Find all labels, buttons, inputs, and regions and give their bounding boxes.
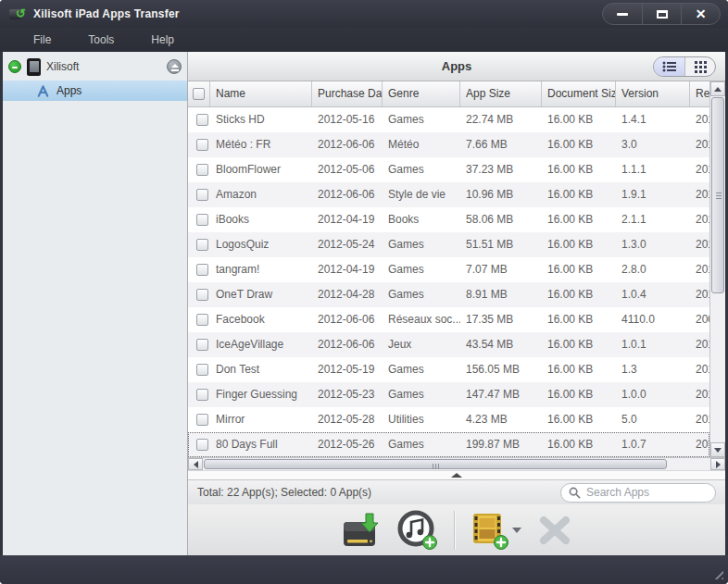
cell-document-size: 16.00 KB [542,257,616,282]
table-row[interactable]: LogosQuiz 2012-05-24 Games 51.51 MB 16.0… [188,232,709,257]
cell-release-date: 201 [690,207,709,232]
cell-document-size: 16.00 KB [542,357,616,382]
column-header-version[interactable]: Version [616,81,690,106]
column-header-app-size[interactable]: App Size [460,81,542,106]
cell-genre: Books [383,207,460,232]
row-checkbox[interactable] [196,139,208,151]
install-app-button[interactable] [470,510,521,551]
resize-grip[interactable] [711,567,723,579]
cell-genre: Games [383,432,460,457]
ipad-device-icon [27,58,41,76]
vertical-scrollbar-track[interactable] [710,294,725,442]
table-row[interactable]: Mirror 2012-05-28 Utilities 4.23 MB 16.0… [188,407,709,432]
window-controls: ✕ [602,3,721,25]
table-row[interactable]: Don Test 2012-05-19 Games 156.05 MB 16.0… [188,357,709,382]
eject-button[interactable] [167,59,182,74]
horizontal-scrollbar-track[interactable] [668,458,710,470]
cell-version: 1.0.0 [616,382,690,407]
cell-release-date: 200 [690,307,709,332]
column-header-document-size[interactable]: Document Siz [542,81,616,106]
row-checkbox[interactable] [196,164,208,176]
cell-genre: Games [383,357,460,382]
row-checkbox[interactable] [196,289,208,301]
uninstall-button[interactable] [536,513,573,548]
select-all-checkbox[interactable] [193,88,205,100]
table-row[interactable]: OneT Draw 2012-04-28 Games 8.91 MB 16.00… [188,282,709,307]
column-header-release-date[interactable]: Rele [690,81,709,106]
view-toggle [653,56,716,77]
row-checkbox[interactable] [196,389,208,401]
cell-name: BloomFlower [210,157,312,182]
maximize-button[interactable] [642,4,681,24]
list-view-button[interactable] [654,57,684,76]
install-dropdown-icon[interactable] [512,528,521,533]
table-row[interactable]: Finger Guessing 2012-05-23 Games 147.47 … [188,382,709,407]
cell-purchase-date: 2012-04-19 [312,207,383,232]
cell-version: 1.4.1 [616,107,690,132]
row-checkbox[interactable] [196,364,208,376]
close-button[interactable]: ✕ [681,4,720,24]
row-checkbox[interactable] [196,264,208,276]
horizontal-scrollbar-thumb[interactable] [204,459,667,469]
row-checkbox[interactable] [196,239,208,251]
search-box[interactable] [560,483,716,503]
menu-item-help[interactable]: Help [134,30,191,50]
cell-purchase-date: 2012-05-24 [312,232,383,257]
cell-purchase-date: 2012-04-19 [312,257,383,282]
sidebar-item-apps[interactable]: Apps [3,81,187,101]
cell-name: Météo : FR [210,132,312,157]
table-row[interactable]: Facebook 2012-06-06 Réseaux soc... 17.35… [188,307,709,332]
cell-name: Sticks HD [210,107,312,132]
table-row[interactable]: Sticks HD 2012-05-16 Games 22.74 MB 16.0… [188,107,709,132]
column-header-purchase-date[interactable]: Purchase Dat [312,81,383,106]
scroll-right-button[interactable] [710,458,725,470]
row-checkbox[interactable] [196,214,208,226]
grid-view-button[interactable] [684,57,715,76]
cell-version: 5.0 [616,407,690,432]
splitter-collapse-icon [451,473,462,478]
scroll-down-button[interactable] [710,442,725,457]
search-input[interactable] [586,486,708,499]
table-row[interactable]: BloomFlower 2012-05-06 Games 37.23 MB 16… [188,157,709,182]
table-row[interactable]: Amazon 2012-06-06 Style de vie 10.96 MB … [188,182,709,207]
vertical-scrollbar[interactable] [709,81,725,457]
cell-purchase-date: 2012-05-19 [312,357,383,382]
row-checkbox[interactable] [196,189,208,201]
bottom-bar [0,555,728,584]
row-checkbox[interactable] [196,339,208,351]
table-row[interactable]: tangram! 2012-04-19 Games 7.07 MB 16.00 … [188,257,709,282]
toolbar-separator [454,511,455,550]
cell-document-size: 16.00 KB [542,132,616,157]
table-row[interactable]: IceAgeVillage 2012-06-06 Jeux 43.54 MB 1… [188,332,709,357]
column-header-name[interactable]: Name [210,81,312,106]
row-checkbox[interactable] [196,114,208,126]
panel-splitter[interactable] [188,471,725,479]
cell-name: iBooks [210,207,312,232]
cell-version: 2.8.0 [616,257,690,282]
collapse-icon[interactable] [8,60,21,73]
copy-to-computer-button[interactable] [341,511,382,550]
title-bar: ↺ Xilisoft iPad Apps Transfer ✕ [0,0,728,28]
uninstall-icon [536,513,573,548]
row-checkbox[interactable] [196,439,208,451]
row-checkbox[interactable] [196,314,208,326]
vertical-scrollbar-thumb[interactable] [711,97,724,293]
row-checkbox[interactable] [196,414,208,426]
cell-purchase-date: 2012-04-28 [312,282,383,307]
table-row[interactable]: 80 Days Full 2012-05-26 Games 199.87 MB … [188,432,709,457]
table-row[interactable]: Météo : FR 2012-06-06 Météo 7.66 MB 16.0… [188,132,709,157]
cell-document-size: 16.00 KB [542,107,616,132]
column-header-genre[interactable]: Genre [383,81,460,106]
cell-genre: Games [383,382,460,407]
horizontal-scrollbar[interactable] [188,457,725,471]
table-row[interactable]: iBooks 2012-04-19 Books 58.06 MB 16.00 K… [188,207,709,232]
sidebar-device-row[interactable]: Xilisoft [3,55,187,79]
minimize-button[interactable] [603,4,642,24]
install-app-icon [470,510,510,551]
add-to-itunes-button[interactable] [396,510,439,551]
scroll-up-button[interactable] [710,81,725,96]
menu-item-file[interactable]: File [17,30,68,50]
scroll-left-button[interactable] [188,458,203,470]
cell-document-size: 16.00 KB [542,307,616,332]
menu-item-tools[interactable]: Tools [71,30,131,50]
